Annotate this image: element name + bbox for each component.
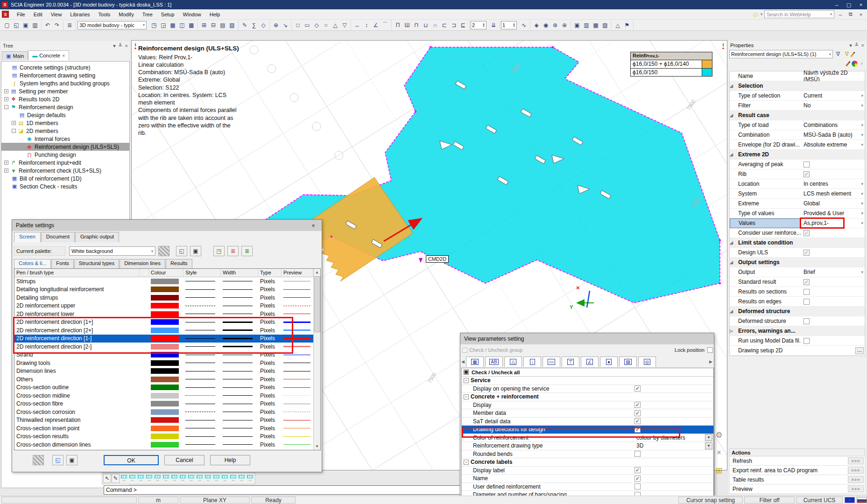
- pen-brush-row[interactable]: Cross-section resultsPixels: [14, 433, 320, 441]
- property-group-row[interactable]: ◢Deformed structure: [730, 307, 865, 316]
- collapse-icon[interactable]: −: [464, 394, 469, 399]
- menu-item-view[interactable]: View: [47, 10, 66, 19]
- checkbox-checked[interactable]: ✓: [634, 410, 641, 416]
- caret-down-icon[interactable]: ◢: [730, 260, 735, 265]
- vp-group-row[interactable]: −Concrete labels: [462, 458, 713, 467]
- property-row[interactable]: Consider user reinforce...✓: [730, 228, 865, 238]
- vp-setting-row[interactable]: Name✓: [462, 475, 713, 483]
- menu-item-tree[interactable]: Tree: [138, 10, 157, 19]
- vp-setting-row[interactable]: Member data✓: [462, 409, 713, 418]
- collapse-icon[interactable]: −: [464, 460, 469, 465]
- vp-tab[interactable]: ▭: [543, 357, 560, 367]
- pen-brush-row[interactable]: 2D reinforcement direction [1+]Pixels: [14, 318, 320, 327]
- property-group-row[interactable]: ◢Result case: [730, 111, 865, 120]
- checkbox-checked[interactable]: ✓: [634, 385, 641, 392]
- tree-item[interactable]: -◪2D members: [1, 127, 129, 135]
- action-item[interactable]: Refresh>>>: [729, 456, 865, 466]
- brush-icon[interactable]: [846, 61, 851, 66]
- rebar-tool-icon[interactable]: ↔: [137, 474, 145, 483]
- tabs-scroll-right-icon[interactable]: ▶: [709, 359, 714, 364]
- vp-setting-row[interactable]: Color of reinforcementcolour by diameter…: [462, 434, 713, 442]
- dropdown-icon[interactable]: ▾: [861, 211, 863, 216]
- props-collapse-icon[interactable]: ▾: [849, 42, 852, 49]
- rebar-tool-icon[interactable]: ↔: [229, 474, 237, 483]
- menu-item-help[interactable]: Help: [205, 10, 225, 19]
- palette-checker2-icon[interactable]: [33, 455, 44, 465]
- menu-item-file[interactable]: File: [13, 10, 29, 19]
- colour-swatch[interactable]: [151, 295, 179, 301]
- toolbar-button[interactable]: ◇: [259, 21, 268, 30]
- vp-setting-row[interactable]: User defined reinforcement: [462, 483, 713, 491]
- toolbar-button[interactable]: ▭: [303, 21, 312, 30]
- colour-swatch[interactable]: [151, 319, 179, 325]
- toolbar-button[interactable]: ↷: [52, 21, 62, 30]
- search-input[interactable]: Search in WebHelp ▾: [764, 10, 834, 18]
- toolbar-button[interactable]: ▢: [2, 21, 12, 30]
- pen-brush-row[interactable]: Detailing stirrupsPixels: [14, 294, 320, 302]
- vp-tab[interactable]: ⊤: [562, 357, 579, 367]
- toolbar-button[interactable]: ○: [321, 21, 331, 30]
- colour-swatch[interactable]: [151, 328, 179, 333]
- expand-icon[interactable]: +: [4, 168, 8, 173]
- tree-item[interactable]: +▼Reinforcement check (ULS+SLS): [1, 167, 129, 175]
- dropdown-icon[interactable]: ▼: [705, 434, 712, 441]
- colour-swatch[interactable]: [151, 417, 179, 423]
- vp-dialog-titlebar[interactable]: View parameters setting: [460, 333, 714, 344]
- import-palette-icon[interactable]: ◳: [213, 246, 225, 256]
- dropdown-icon[interactable]: ▼: [705, 442, 712, 449]
- checkbox-checked[interactable]: ✓: [634, 476, 641, 482]
- collapse-icon[interactable]: -: [12, 129, 16, 133]
- rebar-tool-icon[interactable]: ↔: [128, 474, 136, 483]
- rebar-tool-icon[interactable]: ↔: [162, 474, 170, 483]
- mdi-close-icon[interactable]: ×: [857, 11, 865, 18]
- pen-brush-row[interactable]: Cross-section midlinePixels: [14, 392, 320, 400]
- tab-close-icon[interactable]: ×: [62, 53, 65, 58]
- toolbar-button[interactable]: ▦: [168, 21, 177, 30]
- toolbar-button[interactable]: ⊏: [440, 21, 449, 30]
- pen-brush-row[interactable]: Cross-section corrosionPixels: [14, 408, 320, 416]
- rebar-tool-icon[interactable]: ↔: [212, 474, 220, 483]
- tree-item[interactable]: +❖Results tools 2D: [1, 95, 129, 103]
- toolbar-button[interactable]: ∩: [430, 21, 440, 30]
- smiley-dropdown-icon[interactable]: ▾: [761, 12, 762, 16]
- property-row[interactable]: SystemLCS mesh element▾: [730, 189, 865, 199]
- colour-swatch[interactable]: [151, 344, 179, 350]
- toolbar-button[interactable]: Ш: [402, 21, 412, 30]
- open-folder-icon[interactable]: ◱: [176, 246, 187, 256]
- vp-setting-row[interactable]: Drawing directions for design✓: [462, 426, 713, 434]
- toolbar-button[interactable]: ⊓: [412, 21, 421, 30]
- menu-item-window[interactable]: Window: [179, 10, 205, 19]
- property-row[interactable]: Averaging of peak: [730, 160, 865, 169]
- step-spinner[interactable]: 1▲▼: [501, 21, 517, 29]
- pen-brush-row[interactable]: Drawing toolsPixels: [14, 359, 320, 367]
- property-row[interactable]: ExtremeGlobal▾: [730, 199, 865, 209]
- tree-item[interactable]: ▦Bill of reinforcement (1D): [1, 175, 129, 182]
- toolbar-button[interactable]: ∠: [371, 21, 381, 30]
- status-segment[interactable]: m: [138, 497, 178, 504]
- property-row[interactable]: Type of loadCombinations▾: [730, 120, 865, 130]
- palette-subtab[interactable]: Fonts: [51, 259, 74, 268]
- property-row[interactable]: OutputBrief▾: [730, 267, 865, 277]
- vp-setting-row[interactable]: SaT detail data✓: [462, 418, 713, 426]
- toolbar-button[interactable]: ↶: [43, 21, 52, 30]
- palette-checker-icon[interactable]: [158, 246, 169, 256]
- pen-brush-row[interactable]: 2D reinforcement lowerPixels: [14, 310, 320, 318]
- menu-item-libraries[interactable]: Libraries: [66, 10, 94, 19]
- checkbox-unchecked[interactable]: [634, 451, 641, 457]
- palette-subtab[interactable]: Structural types: [74, 259, 119, 268]
- property-group-row[interactable]: ◢Output settings: [730, 258, 865, 267]
- check-uncheck-all[interactable]: Check / Uncheck all: [462, 368, 713, 377]
- toolbar-button[interactable]: ◉: [541, 21, 550, 30]
- menu-item-modify[interactable]: Modify: [114, 10, 138, 19]
- vp-tab[interactable]: ▨: [619, 357, 637, 367]
- tree-item[interactable]: ◉Reinforcement design (ULS+SLS): [1, 143, 129, 151]
- action-item[interactable]: Preview>>>: [729, 484, 865, 494]
- toolbar-button[interactable]: ▧: [227, 21, 237, 30]
- pen-brush-row[interactable]: OthersPixels: [14, 375, 320, 384]
- color-wheel-icon[interactable]: [852, 61, 858, 67]
- checkbox-unchecked[interactable]: [804, 289, 810, 295]
- dropdown-icon[interactable]: ▾: [861, 93, 863, 98]
- status-segment[interactable]: Filter off: [744, 497, 795, 504]
- colour-swatch[interactable]: [151, 287, 179, 292]
- tree-item[interactable]: ∏Punching design: [1, 151, 129, 159]
